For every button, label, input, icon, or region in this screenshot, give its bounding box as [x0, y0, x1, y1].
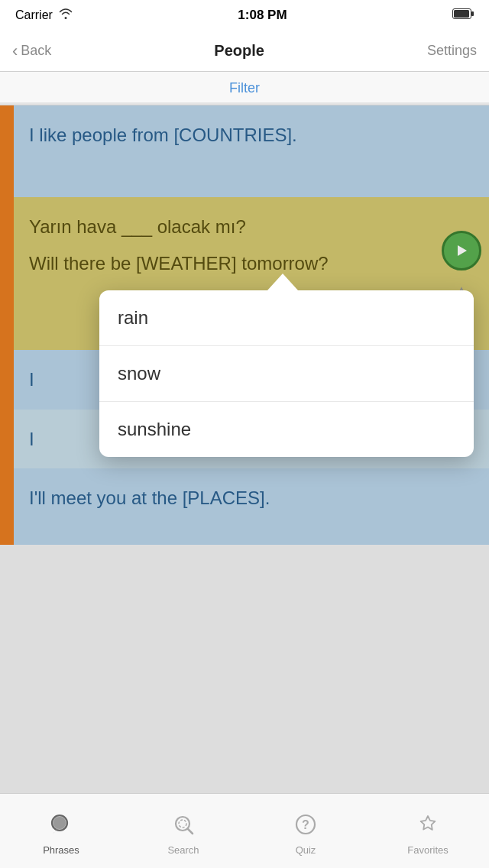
tab-quiz[interactable]: ? Quiz: [244, 806, 367, 856]
tab-search-label: Search: [167, 844, 199, 856]
svg-point-7: [179, 820, 186, 828]
wifi-icon: [59, 8, 73, 22]
settings-button[interactable]: Settings: [427, 43, 477, 59]
page-title: People: [214, 42, 264, 60]
chevron-left-icon: ‹: [12, 41, 18, 61]
carrier-label: Carrier: [15, 8, 53, 22]
svg-rect-2: [454, 10, 469, 18]
dropdown-arrow: [267, 274, 298, 290]
filter-label[interactable]: Filter: [229, 80, 260, 96]
tab-bar: Phrases Search ? Quiz Favorites: [0, 793, 489, 868]
back-label: Back: [21, 43, 51, 59]
status-bar: Carrier 1:08 PM: [0, 0, 489, 31]
svg-point-5: [53, 817, 66, 829]
dropdown-option-sunshine[interactable]: sunshine: [99, 402, 474, 457]
dropdown-option-rain[interactable]: rain: [99, 290, 474, 346]
nav-bar: ‹ Back People Settings: [0, 31, 489, 72]
tab-favorites[interactable]: Favorites: [367, 806, 489, 856]
tab-search[interactable]: Search: [122, 806, 244, 856]
quiz-icon: ?: [293, 812, 318, 840]
svg-rect-1: [471, 11, 474, 16]
dropdown-option-snow[interactable]: snow: [99, 346, 474, 402]
tab-phrases[interactable]: Phrases: [0, 806, 122, 856]
tab-phrases-label: Phrases: [43, 844, 79, 856]
search-icon: [171, 812, 196, 840]
battery-icon: [452, 8, 474, 22]
status-bar-left: Carrier: [15, 8, 73, 22]
favorites-icon: [416, 812, 440, 840]
phrases-icon: [49, 812, 73, 840]
status-bar-time: 1:08 PM: [238, 8, 287, 23]
tab-favorites-label: Favorites: [407, 844, 448, 856]
svg-line-8: [188, 829, 193, 834]
back-button[interactable]: ‹ Back: [12, 41, 51, 61]
status-bar-right: [452, 8, 474, 22]
tab-quiz-label: Quiz: [296, 844, 316, 856]
dropdown-popup: rain snow sunshine: [99, 290, 474, 457]
filter-bar[interactable]: Filter: [0, 72, 489, 105]
svg-text:?: ?: [302, 818, 309, 831]
